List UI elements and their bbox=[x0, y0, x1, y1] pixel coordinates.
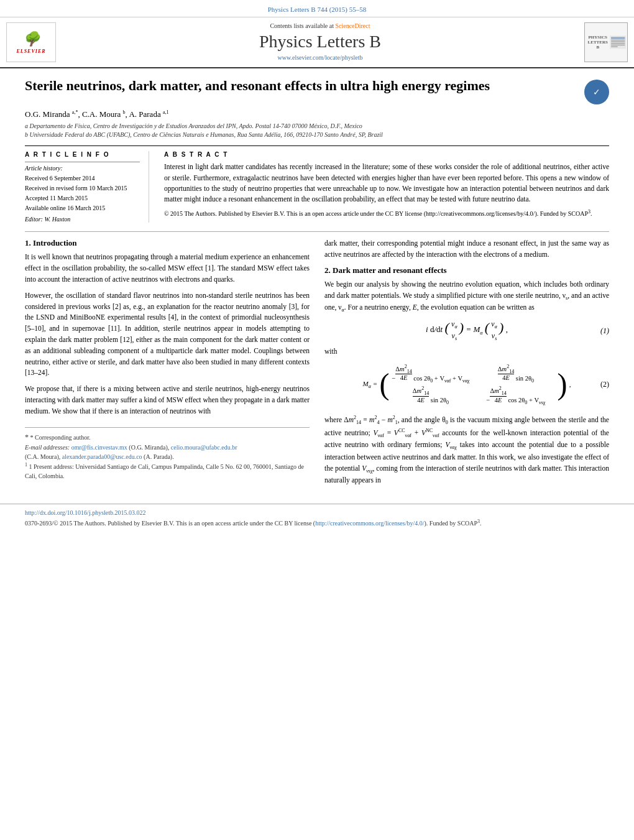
equation-1: i d/dt ( να νs ) = Mα ( να νs ) bbox=[324, 320, 609, 341]
svg-text:✓: ✓ bbox=[593, 87, 600, 97]
footer-cc-link[interactable]: http://creativecommons.org/licenses/by/4… bbox=[315, 520, 424, 527]
page-wrapper: Physics Letters B 744 (2015) 55–58 🌳 ELS… bbox=[0, 0, 634, 840]
article-history-label: Article history: bbox=[25, 165, 140, 172]
journal-link[interactable]: Physics Letters B 744 (2015) 55–58 bbox=[268, 6, 367, 13]
equation-2: Mα = ( −Δm2144E cos 2θ0 + Vναf + Vναχ Δm… bbox=[324, 361, 609, 408]
journal-url-link[interactable]: www.elsevier.com/locate/physletb bbox=[277, 54, 362, 61]
dark-matter-heading: 2. Dark matter and resonant effects bbox=[324, 265, 609, 275]
footnote-1: 1 1 Present address: Universidad Santiag… bbox=[25, 461, 310, 481]
footnotes-area: * * Corresponding author. E-mail address… bbox=[25, 427, 310, 481]
article-dates: Received 6 September 2014 Received in re… bbox=[25, 173, 140, 213]
available-date: Available online 16 March 2015 bbox=[25, 203, 140, 213]
body-col-right: dark matter, their corresponding potenti… bbox=[324, 238, 609, 491]
crossmark-icon: ✓ bbox=[588, 83, 605, 101]
main-content: Sterile neutrinos, dark matter, and reso… bbox=[0, 68, 634, 504]
abstract-label: A B S T R A C T bbox=[164, 151, 609, 158]
crossmark-badge[interactable]: ✓ bbox=[584, 80, 609, 104]
email-parada-link[interactable]: alexander.parada00@usc.edu.co bbox=[62, 453, 142, 460]
eq1-number: (1) bbox=[600, 326, 609, 335]
journal-thumbnail-icon bbox=[610, 30, 626, 55]
footnote-email: E-mail addresses: omr@fis.cinvestav.mx (… bbox=[25, 443, 310, 461]
email-moura-link[interactable]: celio.moura@ufabc.edu.br bbox=[171, 444, 237, 451]
elsevier-label: ELSEVIER bbox=[16, 48, 45, 54]
journal-header: Physics Letters B 744 (2015) 55–58 bbox=[0, 0, 634, 17]
svg-rect-2 bbox=[611, 40, 625, 41]
intro-para-1: It is well known that neutrinos propagat… bbox=[25, 252, 310, 285]
journal-thumb: PHYSICS LETTERS B bbox=[584, 22, 628, 62]
journal-title-banner: Physics Letters B bbox=[62, 32, 578, 52]
banner-area: 🌳 ELSEVIER Contents lists available at S… bbox=[0, 17, 634, 68]
right-para-intro-end: dark matter, their corresponding potenti… bbox=[324, 238, 609, 261]
svg-rect-6 bbox=[611, 46, 618, 47]
doi-line: http://dx.doi.org/10.1016/j.physletb.201… bbox=[25, 508, 609, 518]
footer-doi: http://dx.doi.org/10.1016/j.physletb.201… bbox=[0, 504, 634, 532]
elsevier-logo: 🌳 ELSEVIER bbox=[6, 22, 56, 62]
body-col-left: 1. Introduction It is well known that ne… bbox=[25, 238, 310, 491]
sciencedirect-link[interactable]: ScienceDirect bbox=[335, 22, 370, 29]
article-title-area: Sterile neutrinos, dark matter, and reso… bbox=[25, 77, 609, 104]
editor-line: Editor: W. Haxton bbox=[25, 216, 140, 223]
dark-matter-para-1: We begin our analysis by showing the neu… bbox=[324, 279, 609, 315]
intro-para-2: However, the oscillation of standard fla… bbox=[25, 290, 310, 379]
main-divider bbox=[25, 231, 609, 232]
article-info-label: A R T I C L E I N F O bbox=[25, 151, 140, 158]
elsevier-tree-icon: 🌳 bbox=[23, 31, 40, 47]
journal-center: Contents lists available at ScienceDirec… bbox=[62, 22, 578, 62]
received-revised-date: Received in revised form 10 March 2015 bbox=[25, 183, 140, 193]
authors-line: O.G. Miranda a,*, C.A. Moura b, A. Parad… bbox=[25, 109, 609, 119]
article-title: Sterile neutrinos, dark matter, and reso… bbox=[25, 77, 578, 95]
email-miranda-link[interactable]: omr@fis.cinvestav.mx bbox=[71, 444, 127, 451]
where-text: where Δm214 = m24 − m21, and the angle θ… bbox=[324, 414, 609, 486]
svg-rect-1 bbox=[611, 37, 625, 39]
issn-line: 0370-2693/© 2015 The Authors. Published … bbox=[25, 518, 609, 528]
cc-line: © 2015 The Authors. Published by Elsevie… bbox=[164, 208, 609, 218]
article-info-col: A R T I C L E I N F O Article history: R… bbox=[25, 151, 149, 223]
svg-rect-4 bbox=[611, 43, 625, 44]
body-two-col: 1. Introduction It is well known that ne… bbox=[25, 238, 609, 491]
intro-heading: 1. Introduction bbox=[25, 238, 310, 248]
footnote-star: * * Corresponding author. bbox=[25, 432, 310, 443]
info-abstract-section: A R T I C L E I N F O Article history: R… bbox=[25, 145, 609, 223]
doi-link[interactable]: http://dx.doi.org/10.1016/j.physletb.201… bbox=[25, 509, 146, 516]
abstract-text: Interest in light dark matter candidates… bbox=[164, 162, 609, 205]
intro-para-3: We propose that, if there is a mixing be… bbox=[25, 384, 310, 417]
affiliation-b: b Universidade Federal do ABC (UFABC), C… bbox=[25, 131, 609, 139]
affiliation-a: a Departamento de Física, Centro de Inve… bbox=[25, 122, 609, 131]
svg-rect-3 bbox=[611, 41, 625, 42]
svg-rect-5 bbox=[611, 45, 625, 46]
with-label: with bbox=[324, 346, 609, 358]
journal-url-line: www.elsevier.com/locate/physletb bbox=[62, 53, 578, 62]
contents-line: Contents lists available at ScienceDirec… bbox=[62, 22, 578, 29]
received-date: Received 6 September 2014 bbox=[25, 173, 140, 183]
abstract-col: A B S T R A C T Interest in light dark m… bbox=[164, 151, 609, 223]
eq2-number: (2) bbox=[600, 380, 609, 389]
info-divider bbox=[25, 162, 140, 162]
affiliations: a Departamento de Física, Centro de Inve… bbox=[25, 122, 609, 139]
accepted-date: Accepted 11 March 2015 bbox=[25, 193, 140, 203]
